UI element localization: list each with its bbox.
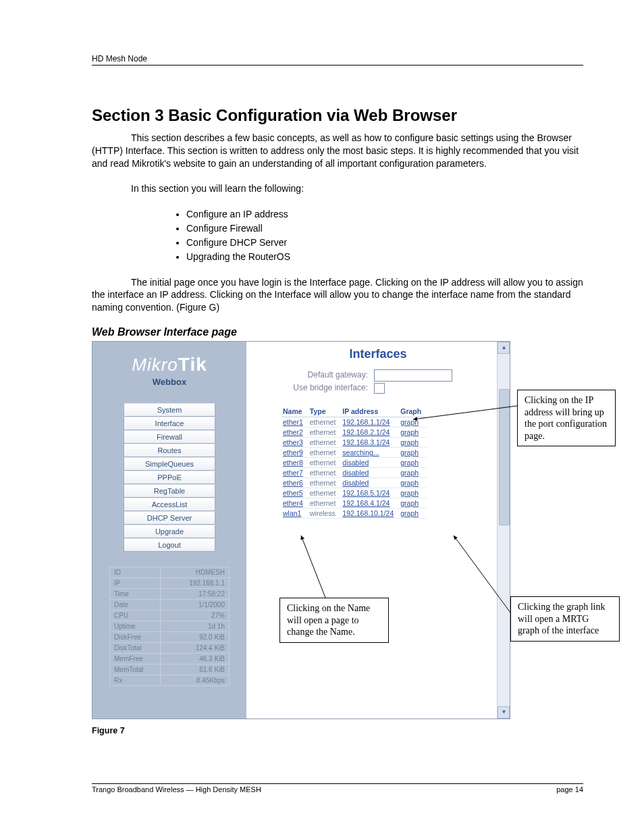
if-graph-link[interactable]: graph xyxy=(399,448,427,458)
if-name-link[interactable]: ether2 xyxy=(281,427,308,438)
figure-label: Figure 7 xyxy=(92,726,583,735)
th-graph: Graph xyxy=(399,406,427,417)
stats-row: Date1/1/2000 xyxy=(110,600,230,610)
menu-interface[interactable]: Interface xyxy=(124,417,215,430)
stats-row: MemTotal61.6 KiB xyxy=(110,664,230,675)
if-ip-link[interactable]: 192.168.4.1/24 xyxy=(341,498,399,509)
th-ip: IP address xyxy=(341,406,399,417)
stats-key: CPU xyxy=(110,610,161,621)
stats-value: HDMESH xyxy=(161,567,230,578)
menu-system[interactable]: System xyxy=(124,403,215,417)
menu-simplequeues[interactable]: SimpleQueues xyxy=(124,457,215,471)
if-graph-link[interactable]: graph xyxy=(399,478,427,488)
table-row: ether4ethernet192.168.4.1/24graph xyxy=(281,498,427,509)
list-item: Configure an IP address xyxy=(186,207,583,221)
if-ip-link[interactable]: disabled xyxy=(341,478,399,488)
stats-key: Rx xyxy=(110,675,161,686)
menu-routes[interactable]: Routes xyxy=(124,444,215,457)
stats-key: MemTotal xyxy=(110,664,161,675)
table-row: ether6ethernetdisabledgraph xyxy=(281,478,427,488)
menu-regtable[interactable]: RegTable xyxy=(124,484,215,498)
if-name-link[interactable]: ether6 xyxy=(281,478,308,488)
stats-row: Time17:58:22 xyxy=(110,589,230,600)
menu-logout[interactable]: Logout xyxy=(124,538,215,552)
page-header: HD Mesh Node xyxy=(92,54,583,66)
stats-key: Uptime xyxy=(110,621,161,632)
if-graph-link[interactable]: graph xyxy=(399,417,427,427)
subheading: Web Browser Interface page xyxy=(92,326,583,338)
if-ip-link[interactable]: 192.168.2.1/24 xyxy=(341,427,399,438)
menu-firewall[interactable]: Firewall xyxy=(124,430,215,444)
if-ip-link[interactable]: 192.168.5.1/24 xyxy=(341,488,399,498)
if-name-link[interactable]: ether5 xyxy=(281,488,308,498)
gateway-label: Default gateway: xyxy=(254,370,368,380)
if-name-link[interactable]: ether4 xyxy=(281,498,308,509)
if-name-link[interactable]: ether9 xyxy=(281,448,308,458)
if-graph-link[interactable]: graph xyxy=(399,488,427,498)
sidebar: MikroTik Webbox System Interface Firewal… xyxy=(92,342,246,719)
th-name: Name xyxy=(281,406,308,417)
scroll-up-icon[interactable]: ▴ xyxy=(498,342,510,354)
stats-row: Uptime1d 1h xyxy=(110,621,230,632)
stats-value: 192.168.1.1 xyxy=(161,578,230,589)
stats-value: 17:58:22 xyxy=(161,589,230,600)
if-ip-link[interactable]: 192.168.10.1/24 xyxy=(341,509,399,519)
if-type: ethernet xyxy=(308,417,342,427)
if-ip-link[interactable]: disabled xyxy=(341,458,399,468)
if-ip-link[interactable]: 192.168.3.1/24 xyxy=(341,438,399,448)
learn-list: Configure an IP address Configure Firewa… xyxy=(173,207,583,264)
scroll-thumb[interactable] xyxy=(499,389,510,525)
menu-pppoe[interactable]: PPPoE xyxy=(124,471,215,484)
stats-key: MemFree xyxy=(110,654,161,664)
if-type: ethernet xyxy=(308,488,342,498)
if-ip-link[interactable]: disabled xyxy=(341,468,399,478)
if-type: ethernet xyxy=(308,498,342,509)
interfaces-table: Name Type IP address Graph ether1etherne… xyxy=(281,406,427,519)
if-graph-link[interactable]: graph xyxy=(399,458,427,468)
if-name-link[interactable]: wlan1 xyxy=(281,509,308,519)
intro-paragraph: This section describes a few basic conce… xyxy=(92,132,583,170)
gateway-input[interactable] xyxy=(374,369,452,382)
if-graph-link[interactable]: graph xyxy=(399,468,427,478)
if-graph-link[interactable]: graph xyxy=(399,509,427,519)
if-name-link[interactable]: ether3 xyxy=(281,438,308,448)
if-type: ethernet xyxy=(308,468,342,478)
stats-table: IDHDMESHIP192.168.1.1Time17:58:22Date1/1… xyxy=(109,567,230,686)
if-graph-link[interactable]: graph xyxy=(399,438,427,448)
menu-upgrade[interactable]: Upgrade xyxy=(124,525,215,538)
table-row: ether1ethernet192.168.1.1/24graph xyxy=(281,417,427,427)
content-title: Interfaces xyxy=(254,347,502,361)
screenshot: MikroTik Webbox System Interface Firewal… xyxy=(92,341,510,719)
stats-key: DiskFree xyxy=(110,632,161,643)
logo: MikroTik xyxy=(92,354,246,375)
if-type: ethernet xyxy=(308,458,342,468)
stats-row: CPU27% xyxy=(110,610,230,621)
stats-row: MemFree46.3 KiB xyxy=(110,654,230,664)
stats-key: DiskTotal xyxy=(110,643,161,654)
if-type: ethernet xyxy=(308,438,342,448)
scrollbar[interactable]: ▴ ▾ xyxy=(497,342,510,719)
if-name-link[interactable]: ether7 xyxy=(281,468,308,478)
callout-graph: Clicking the graph link will open a MRTG… xyxy=(510,596,620,642)
if-type: ethernet xyxy=(308,427,342,438)
if-graph-link[interactable]: graph xyxy=(399,427,427,438)
menu-accesslist[interactable]: AccessList xyxy=(124,498,215,511)
bridge-row: Use bridge interface: xyxy=(254,383,502,394)
page-footer: Trango Broadband Wireless — High Density… xyxy=(92,783,583,793)
if-name-link[interactable]: ether1 xyxy=(281,417,308,427)
scroll-down-icon[interactable]: ▾ xyxy=(498,706,510,719)
menu-dhcp-server[interactable]: DHCP Server xyxy=(124,511,215,525)
stats-key: ID xyxy=(110,567,161,578)
if-ip-link[interactable]: searching... xyxy=(341,448,399,458)
stats-key: Date xyxy=(110,600,161,610)
content-panel: Interfaces Default gateway: Use bridge i… xyxy=(246,342,510,719)
stats-key: IP xyxy=(110,578,161,589)
if-ip-link[interactable]: 192.168.1.1/24 xyxy=(341,417,399,427)
if-graph-link[interactable]: graph xyxy=(399,498,427,509)
logo-text: Mikro xyxy=(132,355,178,375)
table-row: ether9ethernetsearching...graph xyxy=(281,448,427,458)
if-name-link[interactable]: ether8 xyxy=(281,458,308,468)
bridge-checkbox[interactable] xyxy=(374,383,385,394)
logo-subtext: Webbox xyxy=(92,377,246,387)
learn-intro: In this section you will learn the follo… xyxy=(131,182,583,195)
